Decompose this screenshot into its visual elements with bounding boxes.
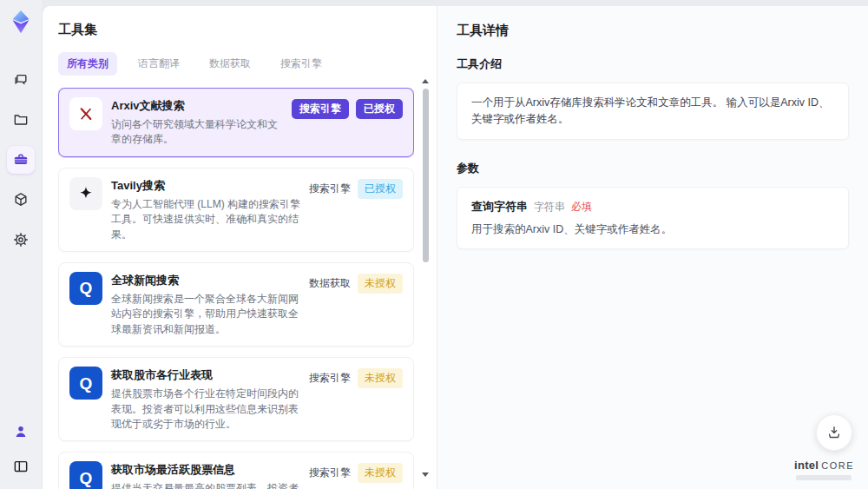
category-tag: 搜索引擎 — [292, 99, 349, 119]
status-badge: 未授权 — [358, 274, 403, 294]
tab-language-translation[interactable]: 语言翻译 — [129, 52, 188, 76]
tool-card-arxiv[interactable]: Arxiv文献搜索 访问各个研究领域大量科学论文和文章的存储库。 搜索引擎 已授… — [58, 88, 414, 157]
intro-heading: 工具介绍 — [457, 56, 849, 72]
tools-panel: 工具集 所有类别 语言翻译 数据获取 搜索引擎 Arxiv文献搜索 — [43, 6, 437, 489]
tool-detail-panel: 工具详情 工具介绍 一个用于从Arxiv存储库搜索科学论文和文章的工具。 输入可… — [437, 6, 868, 489]
intel-wordmark: intel — [794, 459, 819, 472]
param-required-flag: 必填 — [571, 200, 592, 215]
scrollbar-thumb[interactable] — [423, 89, 429, 262]
tool-card-tavily[interactable]: Tavily搜索 专为人工智能代理 (LLM) 构建的搜索引擎工具。可快速提供实… — [58, 168, 414, 252]
news-q-icon: Q — [69, 461, 102, 489]
panel-toggle-icon[interactable] — [7, 453, 35, 480]
tool-title: 获取股市各行业表现 — [111, 367, 300, 383]
settings-icon[interactable] — [7, 226, 35, 254]
chat-icon[interactable] — [7, 66, 35, 94]
tool-card-global-news[interactable]: Q 全球新闻搜索 全球新闻搜索是一个聚合全球各大新闻网站内容的搜索引擎，帮助用户… — [58, 262, 414, 347]
tool-desc: 专为人工智能代理 (LLM) 构建的搜索引擎工具。可快速提供实时、准确和真实的结… — [111, 197, 300, 242]
scrollbar[interactable] — [421, 79, 430, 477]
tool-desc: 提供股票市场各个行业在特定时间段内的表现。投资者可以利用这些信息来识别表现优于或… — [111, 387, 300, 432]
params-heading: 参数 — [457, 161, 849, 176]
tool-title: 全球新闻搜索 — [111, 273, 300, 288]
status-badge: 已授权 — [356, 99, 403, 119]
main-content: 工具集 所有类别 语言翻译 数据获取 搜索引擎 Arxiv文献搜索 — [42, 6, 868, 489]
category-tag: 搜索引擎 — [309, 371, 351, 386]
param-box: 查询字符串 字符串 必填 用于搜索的Arxiv ID、关键字或作者姓名。 — [457, 187, 849, 249]
intro-box: 一个用于从Arxiv存储库搜索科学论文和文章的工具。 输入可以是Arxiv ID… — [457, 83, 849, 140]
detail-title: 工具详情 — [457, 23, 849, 39]
category-tag: 数据获取 — [309, 276, 351, 291]
tool-desc: 提供当天交易量最高的股票列表。投资者可以利用这些信息来识别流动性强的股票和潜在的… — [111, 481, 300, 489]
news-q-icon: Q — [69, 367, 102, 400]
tool-desc: 访问各个研究领域大量科学论文和文章的存储库。 — [111, 117, 283, 148]
sidebar — [0, 0, 42, 489]
sidebar-bottom — [7, 418, 35, 480]
category-tag: 搜索引擎 — [309, 182, 351, 196]
intel-core-logo: intelCORE — [794, 457, 854, 480]
download-button[interactable] — [816, 414, 852, 451]
status-badge: 未授权 — [358, 463, 403, 483]
tab-all-categories[interactable]: 所有类别 — [58, 52, 117, 76]
tool-list: Arxiv文献搜索 访问各个研究领域大量科学论文和文章的存储库。 搜索引擎 已授… — [58, 88, 414, 489]
page-title: 工具集 — [58, 22, 414, 38]
user-icon[interactable] — [7, 418, 35, 446]
brand-subbar — [796, 475, 852, 480]
param-type: 字符串 — [534, 200, 565, 215]
cube-icon[interactable] — [7, 186, 35, 214]
app-root: 工具集 所有类别 语言翻译 数据获取 搜索引擎 Arxiv文献搜索 — [0, 0, 868, 489]
core-wordmark: CORE — [821, 460, 854, 471]
news-q-icon: Q — [69, 272, 102, 305]
sidebar-nav — [7, 66, 35, 254]
status-badge: 已授权 — [358, 179, 403, 199]
status-badge: 未授权 — [358, 368, 403, 388]
param-desc: 用于搜索的Arxiv ID、关键字或作者姓名。 — [471, 222, 834, 237]
tab-data-acquisition[interactable]: 数据获取 — [201, 52, 260, 76]
app-logo-icon[interactable] — [6, 7, 36, 36]
tab-search-engine[interactable]: 搜索引擎 — [272, 52, 331, 76]
tool-title: Tavily搜索 — [111, 178, 300, 194]
toolbox-icon[interactable] — [7, 146, 35, 174]
tool-card-active-stocks[interactable]: Q 获取市场最活跃股票信息 提供当天交易量最高的股票列表。投资者可以利用这些信息… — [58, 452, 414, 489]
scroll-up-icon[interactable] — [422, 79, 429, 83]
folder-icon[interactable] — [7, 106, 35, 134]
category-tabs: 所有类别 语言翻译 数据获取 搜索引擎 — [58, 52, 414, 76]
scroll-down-icon[interactable] — [422, 472, 429, 477]
category-tag: 搜索引擎 — [309, 466, 351, 480]
tool-title: 获取市场最活跃股票信息 — [111, 462, 300, 478]
tool-card-stock-sectors[interactable]: Q 获取股市各行业表现 提供股票市场各个行业在特定时间段内的表现。投资者可以利用… — [58, 357, 414, 441]
param-name: 查询字符串 — [471, 199, 528, 215]
tool-title: Arxiv文献搜索 — [111, 98, 283, 114]
tavily-star-icon — [69, 177, 102, 210]
arxiv-icon — [69, 97, 102, 130]
tool-desc: 全球新闻搜索是一个聚合全球各大新闻网站内容的搜索引擎，帮助用户快速获取全球最新资… — [111, 292, 300, 337]
